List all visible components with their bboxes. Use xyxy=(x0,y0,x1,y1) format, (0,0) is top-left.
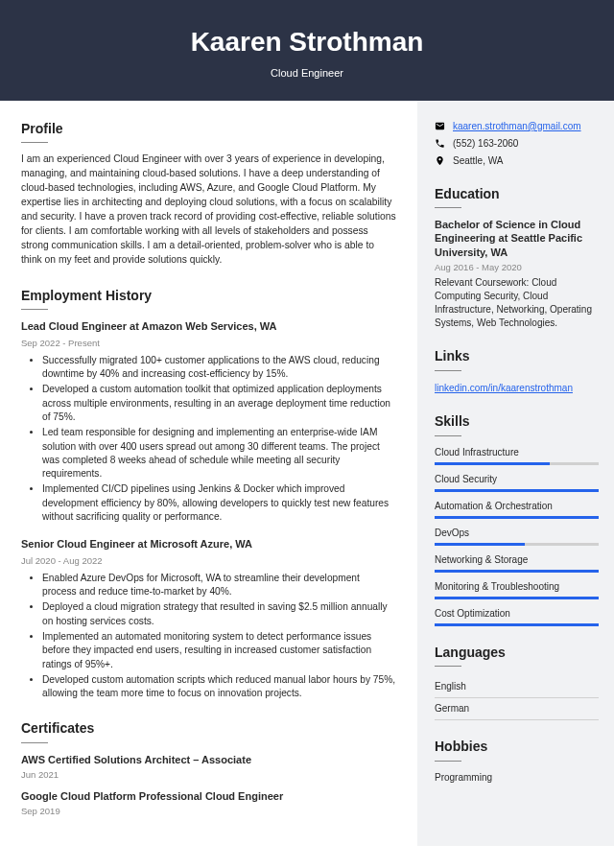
skills-section: Skills Cloud InfrastructureCloud Securit… xyxy=(435,412,599,626)
divider xyxy=(435,435,461,436)
skill-item: Cloud Infrastructure xyxy=(435,446,599,465)
skill-item: Cost Optimization xyxy=(435,607,599,626)
divider xyxy=(21,142,48,143)
contact-email[interactable]: kaaren.strothman@gmail.com xyxy=(453,120,581,133)
divider xyxy=(435,370,461,371)
certificate-title: AWS Certified Solutions Architect – Asso… xyxy=(21,753,396,767)
sidebar: kaaren.strothman@gmail.com (552) 163-206… xyxy=(417,101,614,847)
job-bullet: Implemented CI/CD pipelines using Jenkin… xyxy=(42,482,396,524)
divider xyxy=(435,666,461,667)
divider xyxy=(21,742,48,743)
contact-section: kaaren.strothman@gmail.com (552) 163-206… xyxy=(435,120,599,168)
language-item: English xyxy=(435,676,599,698)
job-bullet: Implemented an automated monitoring syst… xyxy=(42,630,396,671)
job-bullet: Led team responsible for designing and i… xyxy=(42,426,396,481)
profile-text: I am an experienced Cloud Engineer with … xyxy=(21,152,396,267)
skills-heading: Skills xyxy=(435,412,599,432)
job-entry: Senior Cloud Engineer at Microsoft Azure… xyxy=(21,537,396,700)
job-bullet: Deployed a cloud migration strategy that… xyxy=(42,600,396,628)
skill-name: DevOps xyxy=(435,527,599,540)
certificates-heading: Certificates xyxy=(21,719,396,739)
certificate-date: Jun 2021 xyxy=(21,768,396,781)
contact-phone-row: (552) 163-2060 xyxy=(435,137,599,151)
skill-bar xyxy=(435,543,599,546)
skill-item: DevOps xyxy=(435,527,599,546)
job-bullet: Enabled Azure DevOps for Microsoft, WA t… xyxy=(42,572,396,599)
email-icon xyxy=(435,121,445,131)
certificate-entry: AWS Certified Solutions Architect – Asso… xyxy=(21,753,396,782)
education-degree: Bachelor of Science in Cloud Engineering… xyxy=(435,218,599,259)
job-dates: Sep 2022 - Present xyxy=(21,337,396,349)
divider xyxy=(435,207,461,208)
contact-location: Seattle, WA xyxy=(453,154,503,168)
skill-bar xyxy=(435,623,599,626)
certificate-title: Google Cloud Platform Professional Cloud… xyxy=(21,789,396,804)
contact-email-row: kaaren.strothman@gmail.com xyxy=(435,120,599,133)
job-entry: Lead Cloud Engineer at Amazon Web Servic… xyxy=(21,319,396,524)
skill-item: Automation & Orchestration xyxy=(435,500,599,519)
education-dates: Aug 2016 - May 2020 xyxy=(435,261,599,273)
hobby-item: Programming xyxy=(435,771,599,785)
job-bullets: Enabled Azure DevOps for Microsoft, WA t… xyxy=(21,572,396,701)
employment-section: Employment History Lead Cloud Engineer a… xyxy=(21,287,396,701)
skill-bar xyxy=(435,489,599,492)
languages-heading: Languages xyxy=(435,644,599,663)
skill-name: Automation & Orchestration xyxy=(435,500,599,513)
languages-section: Languages EnglishGerman xyxy=(435,644,599,721)
hobbies-section: Hobbies Programming xyxy=(435,738,599,785)
skill-item: Networking & Storage xyxy=(435,553,599,573)
divider xyxy=(435,761,461,762)
links-section: Links linkedin.com/in/kaarenstrothman xyxy=(435,347,599,395)
job-title: Senior Cloud Engineer at Microsoft Azure… xyxy=(21,537,396,551)
skill-name: Networking & Storage xyxy=(435,553,599,567)
certificate-date: Sep 2019 xyxy=(21,805,396,817)
job-bullets: Successfully migrated 100+ customer appl… xyxy=(21,354,396,524)
linkedin-link[interactable]: linkedin.com/in/kaarenstrothman xyxy=(435,383,573,393)
skill-name: Cost Optimization xyxy=(435,607,599,621)
education-section: Education Bachelor of Science in Cloud E… xyxy=(435,185,599,331)
contact-phone: (552) 163-2060 xyxy=(453,137,518,151)
skill-item: Monitoring & Troubleshooting xyxy=(435,580,599,599)
language-item: German xyxy=(435,698,599,720)
links-heading: Links xyxy=(435,347,599,366)
phone-icon xyxy=(435,138,445,149)
employment-heading: Employment History xyxy=(21,287,396,306)
skill-bar xyxy=(435,570,599,573)
hobbies-heading: Hobbies xyxy=(435,738,599,757)
skill-name: Cloud Security xyxy=(435,473,599,486)
main-column: Profile I am an experienced Cloud Engine… xyxy=(0,101,417,847)
job-bullet: Successfully migrated 100+ customer appl… xyxy=(42,354,396,382)
job-dates: Jul 2020 - Aug 2022 xyxy=(21,554,396,567)
job-bullet: Developed a custom automation toolkit th… xyxy=(42,383,396,424)
contact-location-row: Seattle, WA xyxy=(435,154,599,168)
person-name: Kaaren Strothman xyxy=(0,23,614,60)
person-title: Cloud Engineer xyxy=(0,66,614,81)
skill-item: Cloud Security xyxy=(435,473,599,492)
location-icon xyxy=(435,155,445,166)
education-body: Relevant Coursework: Cloud Computing Sec… xyxy=(435,276,599,330)
profile-section: Profile I am an experienced Cloud Engine… xyxy=(21,120,396,268)
job-bullet: Developed custom automation scripts whic… xyxy=(42,673,396,701)
skill-bar xyxy=(435,597,599,599)
divider xyxy=(21,309,48,310)
skill-bar xyxy=(435,462,599,465)
header-banner: Kaaren Strothman Cloud Engineer xyxy=(0,0,614,101)
profile-heading: Profile xyxy=(21,120,396,139)
education-heading: Education xyxy=(435,185,599,204)
certificates-section: Certificates AWS Certified Solutions Arc… xyxy=(21,719,396,817)
job-title: Lead Cloud Engineer at Amazon Web Servic… xyxy=(21,319,396,334)
skill-name: Cloud Infrastructure xyxy=(435,446,599,459)
skill-name: Monitoring & Troubleshooting xyxy=(435,580,599,594)
skill-bar xyxy=(435,516,599,519)
certificate-entry: Google Cloud Platform Professional Cloud… xyxy=(21,789,396,818)
